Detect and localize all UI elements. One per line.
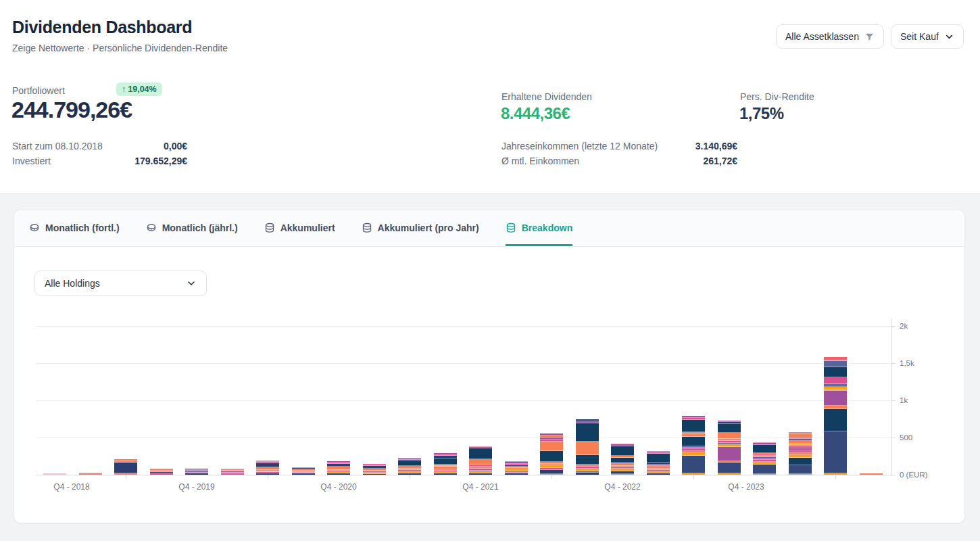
bar-segment[interactable] <box>647 473 670 475</box>
bar-segment[interactable] <box>221 473 244 475</box>
bar-segment[interactable] <box>824 409 847 431</box>
stacked-bar[interactable] <box>469 446 492 475</box>
chart-card: Monatlich (fortl.) Monatlich (jährl.) Ak… <box>14 210 965 523</box>
bar-segment[interactable] <box>753 445 776 453</box>
stacked-bar[interactable] <box>540 433 563 475</box>
bar-segment[interactable] <box>789 465 812 474</box>
stacked-bar[interactable] <box>860 473 883 475</box>
stacked-bar[interactable] <box>505 461 528 475</box>
stacked-bar[interactable] <box>647 451 670 475</box>
bar-segment[interactable] <box>789 458 812 465</box>
bar-segment[interactable] <box>718 424 741 433</box>
stacked-bar[interactable] <box>185 469 208 475</box>
gridline <box>36 363 891 364</box>
bar-segment[interactable] <box>611 474 634 475</box>
invested-label: Investiert <box>12 156 51 166</box>
bar-segment[interactable] <box>576 423 599 442</box>
bar-segment[interactable] <box>114 473 137 475</box>
monthly-income-label: Ø mtl. Einkommen <box>501 156 579 166</box>
bar-segment[interactable] <box>576 455 599 465</box>
personal-yield-value: 1,75% <box>739 104 784 123</box>
bar-segment[interactable] <box>824 377 847 384</box>
bar-segment[interactable] <box>540 442 563 451</box>
stacked-bar[interactable] <box>576 419 599 475</box>
x-axis-label: Q4 - 2018 <box>53 482 89 492</box>
bar-segment[interactable] <box>753 465 776 474</box>
stacked-bar[interactable] <box>256 461 279 475</box>
funnel-icon <box>864 32 875 42</box>
stacked-bar[interactable] <box>434 453 457 475</box>
stacked-bar[interactable] <box>789 432 812 475</box>
bar-segment[interactable] <box>824 473 847 475</box>
y-axis-label: 1k <box>900 396 908 404</box>
bar-segment[interactable] <box>682 420 705 432</box>
bar-segment[interactable] <box>824 361 847 367</box>
period-select-button[interactable]: Seit Kauf <box>891 24 964 49</box>
stacked-bar[interactable] <box>718 421 741 475</box>
bar-segment[interactable] <box>718 447 741 462</box>
bar-segment[interactable] <box>469 473 492 475</box>
stacked-bar[interactable] <box>611 444 634 475</box>
stacked-bar[interactable] <box>363 464 386 475</box>
bar-segment[interactable] <box>540 451 563 463</box>
bar-segment[interactable] <box>682 473 705 475</box>
bar-segment[interactable] <box>43 473 66 475</box>
bar-segment[interactable] <box>327 473 350 475</box>
bar-segment[interactable] <box>540 474 563 475</box>
stacked-bar[interactable] <box>398 458 421 475</box>
bar-segment[interactable] <box>256 473 279 475</box>
bar-segment[interactable] <box>434 473 457 475</box>
bar-segment[interactable] <box>718 463 741 473</box>
assetclass-button-label: Alle Assetklassen <box>785 31 859 42</box>
bar-segment[interactable] <box>505 473 528 475</box>
bar-segment[interactable] <box>647 454 670 463</box>
bar-segment[interactable] <box>611 458 634 463</box>
bar-segment[interactable] <box>682 437 705 446</box>
bar-segment[interactable] <box>611 446 634 456</box>
bar-segment[interactable] <box>114 463 137 473</box>
bar-segment[interactable] <box>398 461 421 466</box>
bar-segment[interactable] <box>576 473 599 475</box>
bar-segment[interactable] <box>150 473 173 475</box>
gridline <box>36 438 891 438</box>
performance-badge-value: 19,04% <box>128 85 156 94</box>
stacked-bar[interactable] <box>221 469 244 475</box>
bar-segment[interactable] <box>718 473 741 475</box>
bar-segment[interactable] <box>860 473 883 475</box>
y-axis-tick <box>891 475 896 475</box>
bar-segment[interactable] <box>292 473 315 475</box>
bar-segment[interactable] <box>576 442 599 454</box>
bar-segment[interactable] <box>824 367 847 377</box>
bar-segment[interactable] <box>824 391 847 405</box>
bar-segment[interactable] <box>824 431 847 474</box>
stacked-bar[interactable] <box>43 473 66 475</box>
arrow-up-icon: ↑ <box>122 85 126 94</box>
stacked-bar[interactable] <box>824 357 847 475</box>
bar-segment[interactable] <box>469 459 492 466</box>
bar-segment[interactable] <box>434 458 457 465</box>
stacked-bar[interactable] <box>327 461 350 475</box>
period-button-label: Seit Kauf <box>900 31 939 42</box>
page-title: Dividenden Dashboard <box>12 18 192 37</box>
bar-segment[interactable] <box>469 448 492 458</box>
start-date-value: 0,00€ <box>81 141 187 151</box>
stacked-bar[interactable] <box>292 467 315 475</box>
bar-segment[interactable] <box>718 433 741 439</box>
received-dividends-label: Erhaltene Dividenden <box>501 91 592 102</box>
bar-segment[interactable] <box>398 473 421 475</box>
stacked-bar[interactable] <box>150 469 173 475</box>
bar-segment[interactable] <box>753 474 776 475</box>
stacked-bar[interactable] <box>753 442 776 475</box>
portfolio-value-label: Portfoliowert <box>12 85 65 96</box>
bar-segment[interactable] <box>682 456 705 473</box>
stacked-bar[interactable] <box>79 473 102 475</box>
x-axis-line <box>36 475 891 475</box>
stacked-bar[interactable] <box>114 459 137 475</box>
x-axis-label: Q4 - 2021 <box>462 482 498 492</box>
bar-segment[interactable] <box>79 473 102 475</box>
bar-segment[interactable] <box>185 473 208 475</box>
bar-segment[interactable] <box>363 474 386 475</box>
bar-segment[interactable] <box>789 474 812 475</box>
assetclass-filter-button[interactable]: Alle Assetklassen <box>776 24 884 49</box>
stacked-bar[interactable] <box>682 416 705 475</box>
